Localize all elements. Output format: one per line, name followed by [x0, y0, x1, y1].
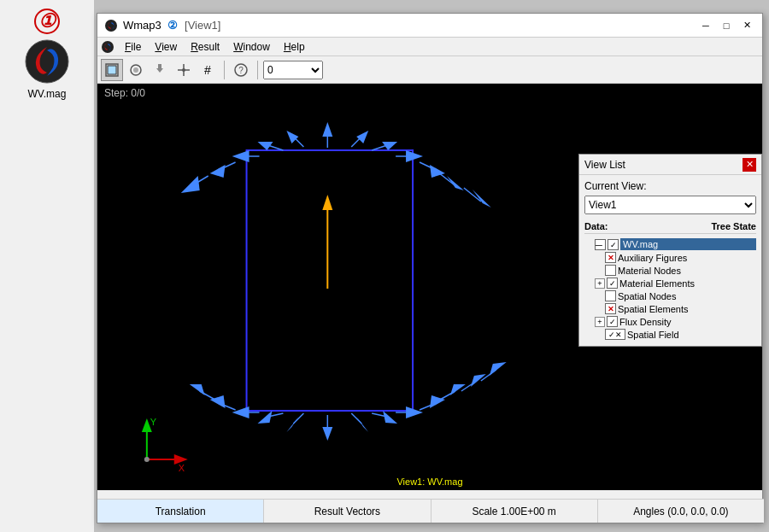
maximize-button[interactable]: □	[718, 17, 735, 34]
svg-marker-58	[430, 395, 445, 408]
svg-marker-14	[322, 195, 332, 210]
left-sidebar: ① WV.mag	[0, 0, 94, 532]
aux-label: Auxiliary Figures	[618, 253, 756, 263]
toolbar-info-button[interactable]: ?	[230, 59, 252, 81]
spatnodes-label: Spatial Nodes	[618, 291, 756, 301]
svg-marker-54	[383, 411, 397, 424]
spatnodes-check[interactable]	[605, 290, 616, 301]
tree-row-spatelem: ✕ Spatial Elements	[584, 302, 756, 315]
minimize-button[interactable]: ─	[697, 17, 714, 34]
toolbar-hash-button[interactable]: #	[197, 59, 219, 81]
svg-marker-22	[232, 150, 249, 162]
wvmag-expand[interactable]: ─	[595, 239, 606, 250]
svg-marker-24	[210, 165, 226, 178]
menu-window[interactable]: Window	[226, 39, 277, 55]
tree-row-aux: ✕ Auxiliary Figures	[584, 251, 756, 264]
svg-marker-48	[210, 395, 226, 408]
svg-text:?: ?	[238, 66, 244, 75]
spatfield-check[interactable]: ✓✕	[605, 329, 625, 340]
svg-point-1	[105, 20, 117, 32]
svg-marker-46	[232, 406, 249, 418]
tree-row-spatnodes: Spatial Nodes	[584, 289, 756, 302]
toolbar-fit-button[interactable]	[173, 59, 195, 81]
svg-marker-16	[322, 122, 332, 137]
svg-point-6	[133, 67, 138, 73]
viewport[interactable]: Step: 0/0	[97, 84, 762, 490]
svg-marker-52	[356, 417, 368, 432]
status-translation[interactable]: Translation	[97, 500, 264, 523]
sidebar-number: ①	[34, 9, 60, 34]
menu-result[interactable]: Result	[184, 39, 226, 55]
svg-line-37	[464, 188, 481, 202]
menu-view[interactable]: View	[148, 39, 184, 55]
svg-marker-36	[181, 176, 200, 193]
status-scale[interactable]: Scale 1.00E+00 m	[431, 500, 598, 523]
current-view-label: Current View:	[584, 180, 756, 192]
svg-point-0	[26, 40, 68, 83]
svg-rect-4	[108, 66, 116, 74]
svg-marker-34	[447, 176, 464, 190]
spatfield-label: Spatial Field	[627, 330, 756, 340]
flux-expand[interactable]: +	[595, 317, 605, 327]
app-title: Wmap3	[123, 19, 161, 32]
menu-file[interactable]: File	[118, 39, 148, 55]
status-angles[interactable]: Angles (0.0, 0.0, 0.0)	[598, 500, 764, 523]
spatelem-check[interactable]: ✕	[605, 303, 616, 314]
viewport-label: View1: WV.mag	[396, 476, 462, 487]
svg-marker-64	[490, 362, 507, 376]
tree-row-spatfield: ✓✕ Spatial Field	[584, 328, 756, 341]
svg-marker-38	[473, 190, 491, 208]
data-col-header: Data:	[584, 221, 711, 231]
tree-state-col-header: Tree State	[711, 221, 756, 231]
svg-text:Y: Y	[150, 417, 157, 427]
flux-label: Flux Density	[619, 317, 756, 327]
tree-row-wvmag: ─ ✓ WV.mag	[584, 237, 756, 251]
svg-point-71	[144, 457, 150, 462]
current-view-dropdown[interactable]: View1	[584, 196, 756, 214]
title-number: ②	[167, 19, 178, 32]
window-controls: ─ □ ✕	[697, 17, 755, 34]
toolbar: # ? 0	[97, 56, 762, 84]
view-list-columns: Data: Tree State	[584, 219, 756, 234]
svg-marker-42	[286, 417, 298, 432]
app-icon	[104, 19, 118, 32]
matelem-label: Material Elements	[619, 278, 756, 289]
status-bar: Translation Result Vectors Scale 1.00E+0…	[97, 499, 764, 523]
matnodes-label: Material Nodes	[618, 266, 756, 276]
matnodes-check[interactable]	[605, 265, 616, 276]
view-list-close-button[interactable]: ✕	[743, 158, 756, 172]
svg-marker-50	[190, 384, 205, 395]
svg-marker-26	[356, 131, 368, 143]
title-text: Wmap3 ② [View1]	[123, 19, 697, 32]
toolbar-separator	[224, 61, 225, 79]
toolbar-select-button[interactable]	[101, 59, 123, 81]
toolbar-separator2	[257, 61, 258, 79]
status-result-vectors[interactable]: Result Vectors	[264, 500, 431, 523]
svg-marker-30	[406, 150, 423, 162]
svg-point-2	[102, 41, 114, 53]
svg-marker-56	[406, 406, 423, 418]
close-button[interactable]: ✕	[738, 17, 755, 34]
matelem-check[interactable]: ✓	[607, 278, 618, 289]
svg-rect-12	[247, 150, 414, 411]
matelem-expand[interactable]: +	[595, 278, 605, 289]
svg-marker-40	[322, 427, 332, 441]
svg-marker-62	[471, 374, 486, 387]
menu-bar: File View Result Window Help	[97, 38, 762, 56]
app-window: Wmap3 ② [View1] ─ □ ✕ File View Result W…	[97, 13, 763, 523]
sidebar-logo	[24, 38, 71, 85]
view-list-title: View List	[584, 159, 625, 171]
svg-line-33	[438, 172, 454, 184]
tree-row-matnodes: Material Nodes	[584, 264, 756, 277]
wvmag-check[interactable]: ✓	[608, 239, 619, 250]
svg-text:X: X	[179, 463, 185, 473]
step-dropdown[interactable]: 0	[263, 61, 323, 79]
flux-check[interactable]: ✓	[607, 316, 618, 327]
view-list-title-bar: View List ✕	[579, 155, 761, 175]
aux-check[interactable]: ✕	[605, 252, 616, 263]
toolbar-pan-button[interactable]	[149, 59, 171, 81]
toolbar-rotate-button[interactable]	[125, 59, 147, 81]
view-label: [View1]	[185, 19, 220, 32]
view-list-panel: View List ✕ Current View: View1 Data: Tr…	[578, 154, 762, 347]
menu-help[interactable]: Help	[277, 39, 312, 55]
